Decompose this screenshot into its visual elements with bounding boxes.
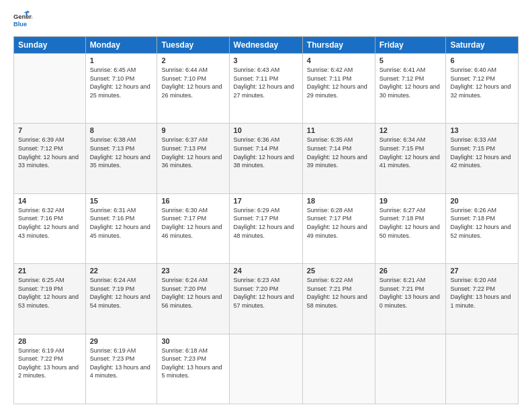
day-info: Sunrise: 6:38 AMSunset: 7:13 PMDaylight:… xyxy=(90,136,153,169)
calendar-cell: 19Sunrise: 6:27 AMSunset: 7:18 PMDayligh… xyxy=(375,193,446,263)
day-number: 18 xyxy=(307,197,371,205)
calendar-table: SundayMondayTuesdayWednesdayThursdayFrid… xyxy=(13,36,519,404)
day-number: 23 xyxy=(161,267,224,275)
svg-text:Blue: Blue xyxy=(13,21,27,28)
logo: General Blue xyxy=(13,11,32,30)
week-row-3: 14Sunrise: 6:32 AMSunset: 7:16 PMDayligh… xyxy=(14,193,519,263)
calendar-cell xyxy=(446,334,519,404)
calendar-cell: 21Sunrise: 6:25 AMSunset: 7:19 PMDayligh… xyxy=(14,264,86,334)
day-number: 11 xyxy=(307,126,371,134)
day-info: Sunrise: 6:22 AMSunset: 7:21 PMDaylight:… xyxy=(307,276,371,310)
day-number: 26 xyxy=(380,267,442,275)
weekday-header-friday: Friday xyxy=(375,37,446,54)
calendar-cell: 27Sunrise: 6:20 AMSunset: 7:22 PMDayligh… xyxy=(446,264,519,334)
day-info: Sunrise: 6:19 AMSunset: 7:22 PMDaylight:… xyxy=(18,347,81,380)
calendar-cell: 26Sunrise: 6:21 AMSunset: 7:21 PMDayligh… xyxy=(375,264,446,334)
header: General Blue xyxy=(13,11,519,30)
calendar-cell: 28Sunrise: 6:19 AMSunset: 7:22 PMDayligh… xyxy=(14,334,86,404)
week-row-1: 1Sunrise: 6:45 AMSunset: 7:10 PMDaylight… xyxy=(14,54,519,124)
day-number: 14 xyxy=(18,197,81,205)
week-row-2: 7Sunrise: 6:39 AMSunset: 7:12 PMDaylight… xyxy=(14,124,519,193)
weekday-header-thursday: Thursday xyxy=(302,37,375,54)
calendar-cell: 23Sunrise: 6:24 AMSunset: 7:20 PMDayligh… xyxy=(157,264,229,334)
day-number: 29 xyxy=(90,337,153,345)
calendar-cell: 12Sunrise: 6:34 AMSunset: 7:15 PMDayligh… xyxy=(375,124,446,193)
calendar-cell: 11Sunrise: 6:35 AMSunset: 7:14 PMDayligh… xyxy=(302,124,375,193)
day-number: 27 xyxy=(450,267,514,275)
calendar-cell: 29Sunrise: 6:19 AMSunset: 7:23 PMDayligh… xyxy=(85,334,157,404)
day-number: 3 xyxy=(234,56,298,64)
day-info: Sunrise: 6:20 AMSunset: 7:22 PMDaylight:… xyxy=(450,276,514,310)
day-info: Sunrise: 6:43 AMSunset: 7:11 PMDaylight:… xyxy=(234,66,298,99)
calendar-cell: 16Sunrise: 6:30 AMSunset: 7:17 PMDayligh… xyxy=(157,193,229,263)
calendar-cell: 1Sunrise: 6:45 AMSunset: 7:10 PMDaylight… xyxy=(85,54,157,124)
day-info: Sunrise: 6:33 AMSunset: 7:15 PMDaylight:… xyxy=(450,136,514,169)
calendar-cell: 18Sunrise: 6:28 AMSunset: 7:17 PMDayligh… xyxy=(302,193,375,263)
calendar-cell xyxy=(229,334,302,404)
day-info: Sunrise: 6:40 AMSunset: 7:12 PMDaylight:… xyxy=(450,66,514,99)
day-number: 21 xyxy=(18,267,81,275)
day-number: 13 xyxy=(450,126,514,134)
calendar-cell: 30Sunrise: 6:18 AMSunset: 7:23 PMDayligh… xyxy=(157,334,229,404)
day-number: 5 xyxy=(380,56,442,64)
day-info: Sunrise: 6:36 AMSunset: 7:14 PMDaylight:… xyxy=(234,136,298,169)
day-number: 1 xyxy=(90,56,153,64)
logo-icon: General Blue xyxy=(13,11,32,30)
day-info: Sunrise: 6:31 AMSunset: 7:16 PMDaylight:… xyxy=(90,206,153,240)
day-number: 20 xyxy=(450,197,514,205)
day-info: Sunrise: 6:30 AMSunset: 7:17 PMDaylight:… xyxy=(161,206,224,240)
day-info: Sunrise: 6:37 AMSunset: 7:13 PMDaylight:… xyxy=(161,136,224,169)
day-number: 2 xyxy=(161,56,224,64)
day-info: Sunrise: 6:23 AMSunset: 7:20 PMDaylight:… xyxy=(234,276,298,310)
calendar-cell: 6Sunrise: 6:40 AMSunset: 7:12 PMDaylight… xyxy=(446,54,519,124)
day-info: Sunrise: 6:39 AMSunset: 7:12 PMDaylight:… xyxy=(18,136,81,169)
day-info: Sunrise: 6:44 AMSunset: 7:10 PMDaylight:… xyxy=(161,66,224,99)
day-info: Sunrise: 6:19 AMSunset: 7:23 PMDaylight:… xyxy=(90,347,153,380)
day-info: Sunrise: 6:25 AMSunset: 7:19 PMDaylight:… xyxy=(18,276,81,310)
day-info: Sunrise: 6:32 AMSunset: 7:16 PMDaylight:… xyxy=(18,206,81,240)
weekday-header-wednesday: Wednesday xyxy=(229,37,302,54)
calendar-cell xyxy=(14,54,86,124)
weekday-header-saturday: Saturday xyxy=(446,37,519,54)
calendar-cell: 7Sunrise: 6:39 AMSunset: 7:12 PMDaylight… xyxy=(14,124,86,193)
day-info: Sunrise: 6:29 AMSunset: 7:17 PMDaylight:… xyxy=(234,206,298,240)
day-number: 8 xyxy=(90,126,153,134)
day-number: 19 xyxy=(380,197,442,205)
calendar-cell: 3Sunrise: 6:43 AMSunset: 7:11 PMDaylight… xyxy=(229,54,302,124)
calendar-cell: 5Sunrise: 6:41 AMSunset: 7:12 PMDaylight… xyxy=(375,54,446,124)
day-info: Sunrise: 6:18 AMSunset: 7:23 PMDaylight:… xyxy=(161,347,224,380)
day-info: Sunrise: 6:34 AMSunset: 7:15 PMDaylight:… xyxy=(380,136,442,169)
calendar-cell: 8Sunrise: 6:38 AMSunset: 7:13 PMDaylight… xyxy=(85,124,157,193)
day-number: 28 xyxy=(18,337,81,345)
calendar-cell: 17Sunrise: 6:29 AMSunset: 7:17 PMDayligh… xyxy=(229,193,302,263)
day-number: 25 xyxy=(307,267,371,275)
calendar-cell: 13Sunrise: 6:33 AMSunset: 7:15 PMDayligh… xyxy=(446,124,519,193)
calendar-cell: 14Sunrise: 6:32 AMSunset: 7:16 PMDayligh… xyxy=(14,193,86,263)
day-number: 30 xyxy=(161,337,224,345)
day-info: Sunrise: 6:41 AMSunset: 7:12 PMDaylight:… xyxy=(380,66,442,99)
week-row-4: 21Sunrise: 6:25 AMSunset: 7:19 PMDayligh… xyxy=(14,264,519,334)
day-number: 9 xyxy=(161,126,224,134)
day-info: Sunrise: 6:45 AMSunset: 7:10 PMDaylight:… xyxy=(90,66,153,99)
day-info: Sunrise: 6:42 AMSunset: 7:11 PMDaylight:… xyxy=(307,66,371,99)
calendar-cell: 20Sunrise: 6:26 AMSunset: 7:18 PMDayligh… xyxy=(446,193,519,263)
day-info: Sunrise: 6:35 AMSunset: 7:14 PMDaylight:… xyxy=(307,136,371,169)
day-number: 24 xyxy=(234,267,298,275)
svg-text:General: General xyxy=(13,13,32,20)
week-row-5: 28Sunrise: 6:19 AMSunset: 7:22 PMDayligh… xyxy=(14,334,519,404)
calendar-cell xyxy=(302,334,375,404)
calendar-cell xyxy=(375,334,446,404)
calendar-cell: 2Sunrise: 6:44 AMSunset: 7:10 PMDaylight… xyxy=(157,54,229,124)
day-info: Sunrise: 6:28 AMSunset: 7:17 PMDaylight:… xyxy=(307,206,371,240)
weekday-header-row: SundayMondayTuesdayWednesdayThursdayFrid… xyxy=(14,37,519,54)
weekday-header-sunday: Sunday xyxy=(14,37,86,54)
calendar-cell: 4Sunrise: 6:42 AMSunset: 7:11 PMDaylight… xyxy=(302,54,375,124)
day-info: Sunrise: 6:26 AMSunset: 7:18 PMDaylight:… xyxy=(450,206,514,240)
calendar-cell: 24Sunrise: 6:23 AMSunset: 7:20 PMDayligh… xyxy=(229,264,302,334)
calendar-cell: 15Sunrise: 6:31 AMSunset: 7:16 PMDayligh… xyxy=(85,193,157,263)
calendar-cell: 9Sunrise: 6:37 AMSunset: 7:13 PMDaylight… xyxy=(157,124,229,193)
day-info: Sunrise: 6:24 AMSunset: 7:20 PMDaylight:… xyxy=(161,276,224,310)
weekday-header-tuesday: Tuesday xyxy=(157,37,229,54)
calendar-cell: 10Sunrise: 6:36 AMSunset: 7:14 PMDayligh… xyxy=(229,124,302,193)
day-number: 7 xyxy=(18,126,81,134)
